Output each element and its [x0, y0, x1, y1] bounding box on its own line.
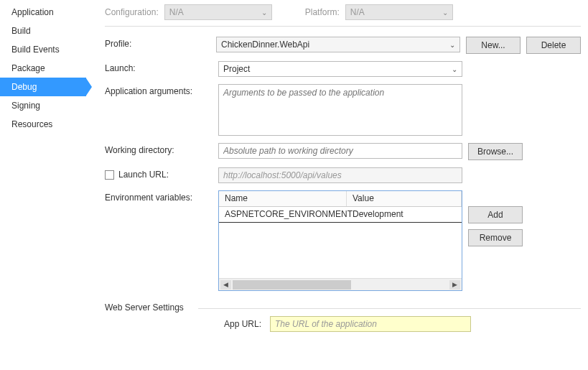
divider [198, 308, 581, 309]
sidebar-item-label: Signing [11, 101, 40, 111]
configuration-value: N/A [169, 7, 184, 17]
env-label: Environment variables: [105, 190, 211, 203]
chevron-down-icon: ⌄ [261, 9, 267, 17]
scroll-right-icon[interactable]: ▶ [449, 280, 460, 290]
remove-env-button[interactable]: Remove [468, 229, 523, 246]
button-label: Add [487, 210, 503, 220]
env-name-cell: ASPNETCORE_ENVIRONMENT [219, 207, 347, 222]
profile-value: ChickenDinner.WebApi [221, 40, 309, 50]
workdir-label: Working directory: [105, 143, 211, 155]
launch-url-checkbox[interactable] [105, 170, 114, 180]
scroll-left-icon[interactable]: ◀ [220, 280, 231, 290]
platform-label: Platform: [305, 7, 340, 17]
sidebar-item-build[interactable]: Build [0, 22, 86, 40]
sidebar-item-resources[interactable]: Resources [0, 115, 86, 134]
env-value-header[interactable]: Value [347, 191, 462, 206]
env-row[interactable]: ASPNETCORE_ENVIRONMENT Development [219, 207, 462, 223]
configuration-select: N/A ⌄ [164, 4, 272, 20]
button-label: Browse... [477, 147, 513, 157]
button-label: Remove [480, 233, 512, 243]
sidebar-item-label: Resources [11, 119, 52, 129]
args-label: Application arguments: [105, 84, 211, 96]
sidebar-item-label: Build Events [11, 45, 60, 55]
new-profile-button[interactable]: New... [466, 37, 521, 54]
chevron-down-icon: ⌄ [452, 65, 457, 73]
env-name-header[interactable]: Name [219, 191, 347, 206]
button-label: Delete [541, 40, 566, 50]
delete-profile-button[interactable]: Delete [526, 37, 581, 54]
launch-url-input [218, 167, 462, 183]
web-server-section-title: Web Server Settings [105, 302, 184, 313]
scroll-thumb[interactable] [233, 280, 448, 290]
launch-value: Project [223, 64, 250, 74]
env-value-cell: Development [347, 207, 462, 222]
chevron-down-icon: ⌄ [449, 41, 455, 49]
app-url-placeholder: The URL of the application [275, 319, 377, 329]
configuration-label: Configuration: [105, 7, 159, 17]
divider [105, 26, 581, 27]
button-label: New... [481, 40, 505, 50]
sidebar-item-signing[interactable]: Signing [0, 96, 86, 115]
config-platform-bar: Configuration: N/A ⌄ Platform: N/A ⌄ [105, 4, 581, 26]
sidebar-item-label: Build [11, 26, 31, 36]
horizontal-scrollbar[interactable]: ◀ ▶ [219, 278, 462, 290]
main-panel: Configuration: N/A ⌄ Platform: N/A ⌄ Pro… [86, 0, 588, 370]
chevron-down-icon: ⌄ [442, 9, 448, 17]
env-variables-grid[interactable]: Name Value ASPNETCORE_ENVIRONMENT Develo… [218, 190, 462, 291]
sidebar-item-label: Package [11, 63, 45, 73]
launch-label: Launch: [105, 61, 211, 73]
sidebar-item-label: Debug [11, 82, 37, 92]
profile-select[interactable]: ChickenDinner.WebApi ⌄ [216, 37, 460, 52]
sidebar-item-label: Application [11, 7, 54, 17]
sidebar: Application Build Build Events Package D… [0, 0, 86, 370]
app-url-input[interactable]: The URL of the application [270, 316, 471, 332]
platform-value: N/A [350, 7, 365, 17]
args-textarea[interactable] [218, 84, 462, 136]
app-url-label: App URL: [224, 319, 261, 329]
add-env-button[interactable]: Add [468, 206, 523, 223]
sidebar-item-debug[interactable]: Debug [0, 78, 86, 96]
launch-select[interactable]: Project ⌄ [218, 61, 462, 77]
platform-select: N/A ⌄ [345, 4, 453, 20]
sidebar-item-application[interactable]: Application [0, 3, 86, 22]
launch-url-label: Launch URL: [118, 170, 169, 180]
env-grid-empty [219, 223, 462, 278]
workdir-input[interactable] [218, 143, 462, 159]
profile-label: Profile: [105, 37, 209, 49]
env-grid-header: Name Value [219, 191, 462, 207]
sidebar-item-package[interactable]: Package [0, 59, 86, 78]
sidebar-item-build-events[interactable]: Build Events [0, 40, 86, 59]
browse-button[interactable]: Browse... [468, 143, 523, 160]
